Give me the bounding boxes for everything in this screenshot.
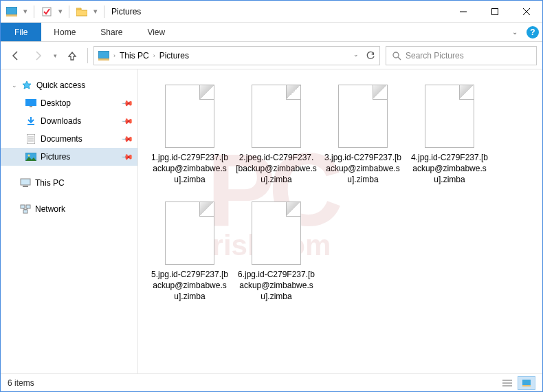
svg-rect-20 <box>21 179 30 185</box>
refresh-icon[interactable] <box>366 51 375 61</box>
sidebar-item-desktop[interactable]: Desktop 📌 <box>1 94 137 112</box>
properties-icon[interactable] <box>38 3 55 20</box>
svg-rect-11 <box>25 99 36 106</box>
search-icon <box>392 51 401 61</box>
maximize-button[interactable] <box>479 1 511 23</box>
sidebar-quick-access[interactable]: ⌄ Quick access <box>1 76 137 94</box>
tab-share[interactable]: Share <box>88 23 135 41</box>
location-icon <box>98 50 109 61</box>
sidebar-item-label: This PC <box>35 178 65 188</box>
file-item[interactable]: 6.jpg.id-C279F237.[backup@zimbabwe.su].z… <box>233 196 320 313</box>
file-item[interactable]: 3.jpg.id-C279F237.[backup@zimbabwe.su].z… <box>320 79 406 196</box>
svg-rect-4 <box>492 8 498 14</box>
breadcrumb[interactable]: Pictures <box>159 51 189 61</box>
file-item[interactable]: 4.jpg.id-C279F237.[backup@zimbabwe.su].z… <box>406 79 493 196</box>
tab-view[interactable]: View <box>135 23 177 41</box>
file-icon <box>425 85 474 148</box>
svg-rect-30 <box>522 380 531 385</box>
nav-divider <box>87 48 88 63</box>
sidebar-item-pictures[interactable]: Pictures 📌 <box>1 148 137 166</box>
ribbon: File Home Share View ⌄ ? <box>1 23 542 42</box>
back-button[interactable] <box>6 46 25 65</box>
pictures-icon <box>25 151 36 162</box>
file-label: 4.jpg.id-C279F237.[backup@zimbabwe.su].z… <box>409 152 490 186</box>
svg-rect-7 <box>98 51 109 58</box>
window-title: Pictures <box>111 7 141 17</box>
file-tab[interactable]: File <box>1 23 41 41</box>
pin-icon: 📌 <box>120 96 133 109</box>
documents-icon <box>25 133 36 144</box>
desktop-icon <box>25 98 36 109</box>
address-bar[interactable]: › This PC› Pictures ⌄ <box>93 46 380 65</box>
new-folder-icon[interactable] <box>74 3 90 20</box>
item-count: 6 items <box>8 378 34 388</box>
sidebar-item-label: Desktop <box>41 98 71 108</box>
sidebar: ⌄ Quick access Desktop 📌 Downloads 📌 Doc… <box>1 69 138 373</box>
svg-rect-31 <box>522 385 531 386</box>
file-label: 2.jpeg.id-C279F237.[backup@zimbabwe.su].… <box>236 152 317 186</box>
file-pane[interactable]: 1.jpg.id-C279F237.[backup@zimbabwe.su].z… <box>138 69 542 373</box>
breadcrumb[interactable]: This PC› <box>120 51 155 61</box>
network-icon <box>20 204 31 215</box>
file-icon <box>165 85 214 148</box>
help-button[interactable]: ? <box>523 23 542 41</box>
breadcrumb-label: This PC <box>120 51 149 61</box>
status-bar: 6 items <box>1 373 542 391</box>
computer-icon <box>20 177 31 188</box>
pin-icon: 📌 <box>120 114 133 127</box>
svg-rect-0 <box>6 7 17 14</box>
minimize-button[interactable] <box>447 1 479 23</box>
svg-rect-22 <box>21 205 25 208</box>
address-dropdown-icon[interactable]: ⌄ <box>353 51 359 61</box>
qat-divider <box>104 6 104 18</box>
search-input[interactable]: Search Pictures <box>386 46 537 65</box>
tab-home[interactable]: Home <box>41 23 88 41</box>
navigation-bar: ▾ › This PC› Pictures ⌄ Search Pictures <box>1 42 542 69</box>
sidebar-item-downloads[interactable]: Downloads 📌 <box>1 112 137 130</box>
file-label: 6.jpg.id-C279F237.[backup@zimbabwe.su].z… <box>236 269 317 303</box>
chevron-right-icon[interactable]: › <box>113 52 115 59</box>
close-button[interactable] <box>511 1 542 23</box>
app-icon[interactable] <box>3 3 20 20</box>
svg-rect-12 <box>30 106 32 107</box>
details-view-button[interactable] <box>498 376 516 390</box>
body: ⌄ Quick access Desktop 📌 Downloads 📌 Doc… <box>1 69 542 373</box>
recent-dropdown-icon[interactable]: ▾ <box>50 46 60 65</box>
file-label: 3.jpg.id-C279F237.[backup@zimbabwe.su].z… <box>322 152 403 186</box>
help-icon: ? <box>527 26 539 39</box>
sidebar-item-label: Quick access <box>36 80 85 90</box>
sidebar-item-label: Documents <box>41 134 82 144</box>
qat-dropdown-icon[interactable]: ▾ <box>21 3 30 20</box>
svg-rect-23 <box>26 205 30 208</box>
svg-rect-1 <box>6 14 17 17</box>
qat-customize-icon[interactable]: ▾ <box>91 3 100 20</box>
file-item[interactable]: 5.jpg.id-C279F237.[backup@zimbabwe.su].z… <box>146 196 233 313</box>
svg-line-10 <box>398 57 401 60</box>
file-icon <box>165 202 214 265</box>
star-icon <box>21 80 32 91</box>
chevron-right-icon[interactable]: › <box>153 52 155 59</box>
qat-divider <box>69 6 69 18</box>
ribbon-expand-icon[interactable]: ⌄ <box>507 23 523 41</box>
sidebar-this-pc[interactable]: This PC <box>1 174 137 192</box>
sidebar-item-label: Downloads <box>41 116 81 126</box>
pin-icon: 📌 <box>120 132 133 145</box>
large-icons-view-button[interactable] <box>518 376 535 390</box>
file-item[interactable]: 2.jpeg.id-C279F237.[backup@zimbabwe.su].… <box>233 79 320 196</box>
file-label: 5.jpg.id-C279F237.[backup@zimbabwe.su].z… <box>149 269 230 303</box>
qat-dropdown-icon[interactable]: ▾ <box>56 3 65 20</box>
up-button[interactable] <box>63 46 82 65</box>
forward-button[interactable] <box>28 46 47 65</box>
title-bar: ▾ ▾ ▾ Pictures <box>1 1 542 23</box>
sidebar-item-label: Network <box>35 204 65 214</box>
sidebar-network[interactable]: Network <box>1 200 137 218</box>
breadcrumb-label: Pictures <box>159 51 189 61</box>
svg-rect-8 <box>98 58 109 61</box>
svg-rect-21 <box>23 186 28 187</box>
sidebar-item-documents[interactable]: Documents 📌 <box>1 130 137 148</box>
file-item[interactable]: 1.jpg.id-C279F237.[backup@zimbabwe.su].z… <box>146 79 233 196</box>
search-placeholder: Search Pictures <box>406 51 464 61</box>
chevron-down-icon[interactable]: ⌄ <box>12 82 17 89</box>
svg-point-19 <box>28 155 30 157</box>
svg-rect-24 <box>23 210 27 213</box>
